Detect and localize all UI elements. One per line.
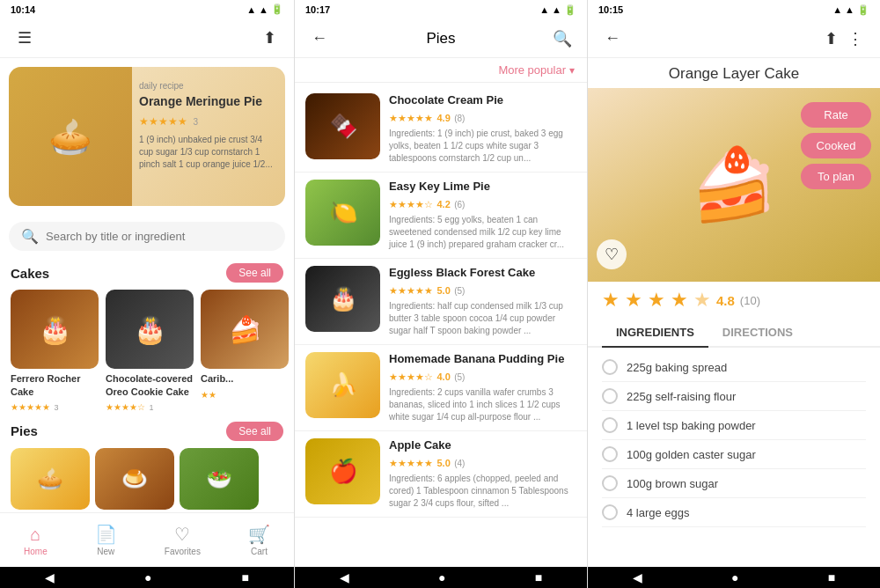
menu-icon[interactable]: ☰ [12,26,37,50]
pie-item-1[interactable]: 🥧 [11,448,90,510]
pie-item-3[interactable]: 🥗 [180,448,259,510]
cake-name-carib: Carib... [201,372,289,385]
cake-item-oreo[interactable]: 🎂 Chocolate-covered Oreo Cookie Cake ★★★… [106,290,194,412]
recipe-info-forest: Eggless Black Forest Cake ★★★★★ 5.0 (5) … [389,266,576,337]
rate-button[interactable]: Rate [801,102,871,128]
recipe-rating-choc-cream: ★★★★★ 4.9 (8) [389,109,576,125]
back-btn-1[interactable]: ◀ [45,570,55,584]
recipe-title-forest: Eggless Black Forest Cake [389,266,576,279]
wifi-icon-2: ▲ [539,4,549,15]
recipe-item-apple[interactable]: 🍎 Apple Cake ★★★★★ 5.0 (4) Ingredients: … [295,431,587,518]
nav-home-label: Home [24,547,48,556]
to-plan-button[interactable]: To plan [801,164,871,189]
favorite-button[interactable]: ♡ [597,239,627,269]
nav-cart[interactable]: 🛒 Cart [239,520,279,560]
recipe-title-choc-cream: Chocolate Cream Pie [389,93,576,107]
recipe-rating-key-lime: ★★★★☆ 4.2 (6) [389,195,576,211]
recent-btn-1[interactable]: ■ [242,570,249,584]
recent-btn-2[interactable]: ■ [535,570,542,584]
status-bar-3: 10:15 ▲ ▲ 🔋 [588,0,880,19]
pies-section-header: Pies See all [0,416,294,445]
detail-title: Orange Layer Cake [588,58,880,88]
hero-card[interactable]: 🥧 daily recipe Orange Meringue Pie ★★★★★… [9,67,285,207]
tab-ingredients[interactable]: INGREDIENTS [602,319,708,348]
system-nav-3: ◀ ● ■ [588,567,880,588]
recipe-rating-forest: ★★★★★ 5.0 (5) [389,282,576,298]
see-all-cakes-button[interactable]: See all [226,263,283,283]
cake-img-ferrero: 🎂 [11,290,99,369]
back-btn-2[interactable]: ◀ [340,570,349,584]
hero-image: 🥧 [9,67,132,207]
favorites-icon: ♡ [174,524,190,545]
wifi-icon-3: ▲ [832,4,842,15]
cakes-section-header: Cakes See all [0,258,294,286]
share-icon-3[interactable]: ⬆ [818,26,843,51]
cake-item-ferrero[interactable]: 🎂 Ferrero Rocher Cake ★★★★★ 3 [11,290,99,412]
cakes-title: Cakes [11,266,49,281]
time-1: 10:14 [11,4,35,15]
ing-text-4: 100g brown sugar [627,477,718,490]
ing-check-4[interactable] [602,475,618,491]
status-icons-3: ▲ ▲ 🔋 [832,4,869,16]
cake-name-ferrero: Ferrero Rocher Cake [11,372,99,398]
top-bar-2: ← Pies 🔍 [295,19,587,58]
ing-check-3[interactable] [602,446,618,462]
ing-check-0[interactable] [602,359,618,375]
tab-directions[interactable]: DIRECTIONS [708,319,807,348]
nav-new-label: New [97,547,114,556]
detail-tabs: INGREDIENTS DIRECTIONS [588,319,880,348]
rating-star-2: ★ [625,289,642,312]
see-all-pies-button[interactable]: See all [226,422,283,441]
search-icon-2[interactable]: 🔍 [550,26,575,51]
ing-check-2[interactable] [602,417,618,433]
home-btn-1[interactable]: ● [144,570,151,584]
home-btn-3[interactable]: ● [731,570,738,584]
nav-favorites[interactable]: ♡ Favorites [156,520,209,560]
share-icon[interactable]: ⬆ [257,26,282,50]
cooked-button[interactable]: Cooked [801,133,871,158]
rating-row: ★ ★ ★ ★ ★ 4.8 (10) [588,282,880,319]
cake-stars-ferrero: ★★★★★ 3 [11,398,99,414]
pie-item-2[interactable]: 🍮 [95,448,174,510]
status-icons-2: ▲ ▲ 🔋 [539,4,576,16]
rating-star-1: ★ [602,289,620,312]
system-nav-1: ◀ ● ■ [0,567,294,588]
search-input[interactable] [46,230,273,243]
rating-star-5: ★ [693,289,711,312]
home-btn-2[interactable]: ● [438,570,445,584]
cake-item-carib[interactable]: 🍰 Carib... ★★ [201,290,289,412]
cake-name-oreo: Chocolate-covered Oreo Cookie Cake [106,372,194,398]
recipe-desc-banana: Ingredients: 2 cups vanilla wafer crumbs… [389,386,576,423]
search-icon: 🔍 [21,228,39,245]
ing-item-3: 100g golden caster sugar [602,440,866,469]
cake-img-oreo: 🎂 [106,290,194,369]
ing-text-2: 1 level tsp baking powder [627,419,756,432]
recent-btn-3[interactable]: ■ [828,570,835,584]
recipe-item-key-lime[interactable]: 🍋 Easy Key Lime Pie ★★★★☆ 4.2 (6) Ingred… [295,173,587,259]
pies-list: 🥧 🍮 🥗 [0,445,294,512]
battery-icon-2: 🔋 [564,4,576,16]
back-icon-3[interactable]: ← [600,26,625,51]
recipe-item-banana[interactable]: 🍌 Homemade Banana Pudding Pie ★★★★☆ 4.0 … [295,345,587,431]
detail-actions: Rate Cooked To plan [801,102,871,189]
recipe-item-forest[interactable]: 🎂 Eggless Black Forest Cake ★★★★★ 5.0 (5… [295,259,587,345]
nav-home[interactable]: ⌂ Home [15,521,56,560]
home-icon: ⌂ [30,525,40,545]
ing-text-1: 225g self-raising flour [627,390,736,403]
cart-icon: 🛒 [248,524,270,545]
filter-label[interactable]: More popular [498,63,566,77]
ing-check-5[interactable] [602,504,618,520]
back-btn-3[interactable]: ◀ [633,570,642,584]
search-bar[interactable]: 🔍 [9,222,285,251]
ing-item-5: 4 large eggs [602,498,866,527]
ing-check-1[interactable] [602,388,618,404]
recipe-title-key-lime: Easy Key Lime Pie [389,180,576,193]
rating-value: 4.8 [716,293,735,308]
nav-new[interactable]: 📄 New [86,520,126,560]
top-bar-3: ← ⬆ ⋮ [588,19,880,58]
recipe-item-choc-cream[interactable]: 🍫 Chocolate Cream Pie ★★★★★ 4.9 (8) Ingr… [295,86,587,173]
recipe-title-apple: Apple Cake [389,438,576,452]
back-icon-2[interactable]: ← [307,26,332,51]
more-icon-3[interactable]: ⋮ [843,26,868,51]
recipe-info-choc-cream: Chocolate Cream Pie ★★★★★ 4.9 (8) Ingred… [389,93,576,165]
